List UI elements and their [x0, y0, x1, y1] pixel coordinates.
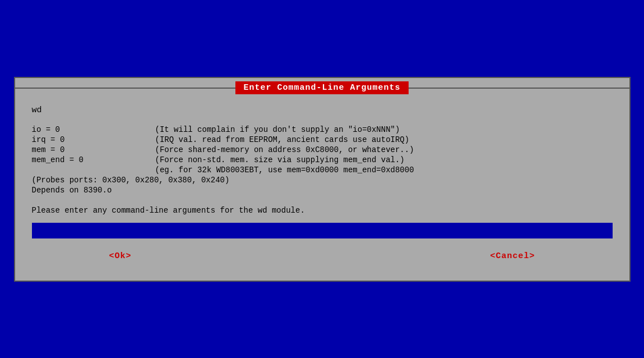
button-row: <Ok> <Cancel>	[32, 249, 613, 264]
info-key-irq: irq = 0	[32, 135, 155, 144]
background: Enter Command-Line Arguments wd io = 0 (…	[0, 0, 644, 358]
ok-button[interactable]: <Ok>	[99, 249, 142, 264]
info-key-mem: mem = 0	[32, 145, 155, 154]
info-value-irq: (IRQ val. read from EEPROM, ancient card…	[155, 135, 410, 144]
info-value-io: (It will complain if you don't supply an…	[155, 125, 400, 134]
dialog-body: wd io = 0 (It will complain if you don't…	[15, 98, 629, 281]
module-name: wd	[32, 105, 613, 115]
info-key-memend: mem_end = 0	[32, 155, 155, 164]
info-row-memend: mem_end = 0 (Force non-std. mem. size vi…	[32, 155, 613, 164]
title-bar: Enter Command-Line Arguments	[15, 78, 629, 98]
info-value-mem: (Force shared-memory on address 0xC8000,…	[155, 145, 414, 154]
dialog-title: Enter Command-Line Arguments	[235, 81, 408, 94]
prompt-text: Please enter any command-line arguments …	[32, 206, 613, 215]
cancel-button[interactable]: <Cancel>	[480, 249, 545, 264]
command-line-input[interactable]	[32, 223, 613, 238]
dialog-container: Enter Command-Line Arguments wd io = 0 (…	[14, 77, 631, 282]
info-key-io: io = 0	[32, 125, 155, 134]
info-depends-line: Depends on 8390.o	[32, 186, 613, 195]
info-row-mem: mem = 0 (Force shared-memory on address …	[32, 145, 613, 154]
info-row-irq: irq = 0 (IRQ val. read from EEPROM, anci…	[32, 135, 613, 144]
info-table: io = 0 (It will complain if you don't su…	[32, 125, 613, 195]
info-indent-line: (eg. for 32k WD8003EBT, use mem=0xd0000 …	[155, 166, 613, 175]
info-value-memend: (Force non-std. mem. size via supplying …	[155, 155, 405, 164]
info-row-io: io = 0 (It will complain if you don't su…	[32, 125, 613, 134]
info-probes-line: (Probes ports: 0x300, 0x280, 0x380, 0x24…	[32, 176, 613, 185]
